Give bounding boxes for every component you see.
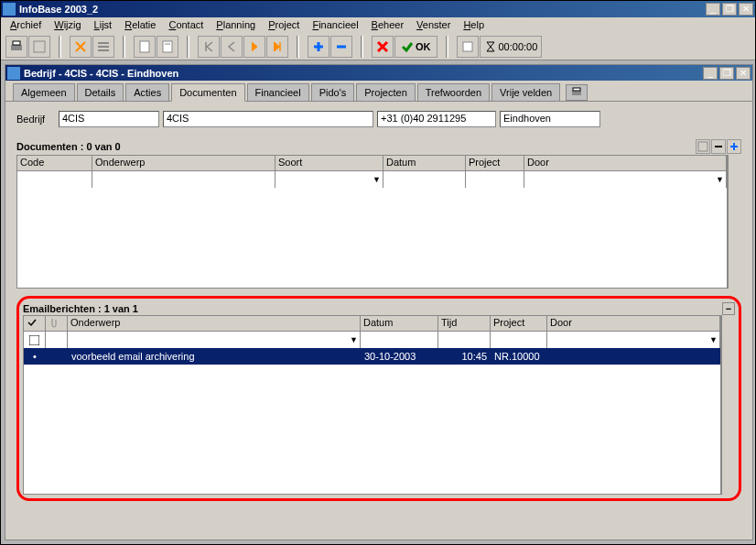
tab-details[interactable]: Details bbox=[77, 83, 124, 101]
doc-button-2[interactable] bbox=[157, 36, 178, 58]
col-email-door[interactable]: Door bbox=[547, 316, 720, 331]
filter-door[interactable]: ▼ bbox=[524, 171, 727, 188]
filter-soort[interactable]: ▼ bbox=[275, 171, 383, 188]
email-grid-body[interactable]: • voorbeeld email archivering 30-10-2003… bbox=[23, 348, 721, 495]
tab-print-button[interactable] bbox=[566, 84, 588, 101]
menu-financieel[interactable]: Financieel bbox=[307, 17, 363, 32]
row-mark: • bbox=[24, 351, 46, 362]
menu-archief[interactable]: Archief bbox=[5, 17, 47, 32]
col-onderwerp[interactable]: Onderwerp bbox=[92, 156, 275, 170]
menu-contact[interactable]: Contact bbox=[163, 17, 209, 32]
col-check[interactable] bbox=[24, 316, 46, 331]
filter-project[interactable] bbox=[466, 171, 524, 188]
dropdown-icon: ▼ bbox=[716, 175, 724, 184]
email-filter-door[interactable]: ▼ bbox=[547, 332, 720, 348]
documenten-grid-header: Code Onderwerp Soort Datum Project Door bbox=[16, 155, 728, 171]
print-button[interactable] bbox=[5, 36, 27, 58]
documenten-grid-body[interactable] bbox=[16, 188, 728, 289]
tool-button-2[interactable] bbox=[28, 36, 50, 58]
menu-relatie[interactable]: Relatie bbox=[119, 17, 161, 32]
filter-code[interactable] bbox=[17, 171, 92, 188]
doc-add-button[interactable] bbox=[727, 139, 741, 154]
close-button[interactable]: ✕ bbox=[739, 3, 753, 16]
separator bbox=[361, 36, 363, 58]
email-filter-datum[interactable] bbox=[361, 332, 438, 348]
col-project[interactable]: Project bbox=[466, 156, 524, 170]
col-email-onderwerp[interactable]: Onderwerp bbox=[68, 316, 361, 331]
email-filter-project[interactable] bbox=[491, 332, 547, 348]
col-email-datum[interactable]: Datum bbox=[361, 316, 438, 331]
bedrijf-phone-field[interactable]: +31 (0)40 2911295 bbox=[377, 111, 496, 127]
doc-button-1[interactable] bbox=[134, 36, 156, 58]
tab-pidos[interactable]: Pido's bbox=[311, 83, 355, 101]
documenten-scrollbar[interactable] bbox=[728, 155, 741, 289]
separator bbox=[123, 36, 125, 58]
email-title: Emailberichten : 1 van 1 bbox=[23, 303, 138, 314]
col-datum[interactable]: Datum bbox=[383, 156, 466, 170]
row-tijd: 10:45 bbox=[438, 351, 491, 362]
bedrijf-naam-field[interactable]: 4CIS bbox=[163, 111, 373, 127]
col-door[interactable]: Door bbox=[524, 156, 727, 170]
minimize-button[interactable]: _ bbox=[706, 3, 720, 16]
menu-beheer[interactable]: Beheer bbox=[366, 17, 409, 32]
col-attach[interactable] bbox=[46, 316, 68, 331]
tab-acties[interactable]: Acties bbox=[125, 83, 169, 101]
svg-rect-11 bbox=[573, 88, 580, 91]
add-button[interactable] bbox=[308, 36, 329, 58]
child-close-button[interactable]: ✕ bbox=[736, 67, 751, 80]
tabs: Algemeen Details Acties Documenten Finan… bbox=[5, 81, 752, 102]
child-restore-button[interactable]: ❐ bbox=[719, 67, 734, 80]
nav-prev-button[interactable] bbox=[221, 36, 243, 58]
timer-start-button[interactable] bbox=[457, 36, 479, 58]
email-filter-attach[interactable] bbox=[46, 332, 68, 348]
tool-list-button[interactable] bbox=[92, 36, 114, 58]
cancel-button[interactable] bbox=[372, 36, 394, 58]
nav-first-button[interactable] bbox=[198, 36, 220, 58]
restore-button[interactable]: ❐ bbox=[722, 3, 737, 16]
separator bbox=[187, 36, 189, 58]
svg-rect-0 bbox=[11, 45, 22, 50]
tab-documenten[interactable]: Documenten bbox=[171, 83, 244, 102]
menu-wijzig[interactable]: Wijzig bbox=[49, 17, 86, 32]
bedrijf-code-field[interactable]: 4CIS bbox=[59, 111, 159, 127]
child-title-text: Bedrijf - 4CIS - 4CIS - Eindhoven bbox=[24, 68, 703, 79]
email-collapse-button[interactable]: − bbox=[722, 302, 735, 315]
child-minimize-button[interactable]: _ bbox=[703, 67, 718, 80]
menu-venster[interactable]: Venster bbox=[411, 17, 456, 32]
email-row[interactable]: • voorbeeld email archivering 30-10-2003… bbox=[24, 348, 720, 365]
email-filter-tijd[interactable] bbox=[438, 332, 491, 348]
filter-onderwerp[interactable] bbox=[92, 171, 275, 188]
paperclip-icon bbox=[49, 317, 59, 328]
tab-trefwoorden[interactable]: Trefwoorden bbox=[417, 83, 490, 101]
col-email-tijd[interactable]: Tijd bbox=[438, 316, 491, 331]
find-button[interactable] bbox=[70, 36, 92, 58]
remove-button[interactable] bbox=[330, 36, 352, 58]
filter-datum[interactable] bbox=[383, 171, 466, 188]
tab-financieel[interactable]: Financieel bbox=[247, 83, 309, 101]
tab-projecten[interactable]: Projecten bbox=[356, 83, 415, 101]
menu-lijst[interactable]: Lijst bbox=[89, 17, 118, 32]
nav-last-button[interactable] bbox=[266, 36, 288, 58]
email-filter-check[interactable] bbox=[24, 332, 46, 348]
svg-rect-9 bbox=[463, 42, 472, 51]
doc-link-button[interactable] bbox=[696, 139, 710, 154]
menu-planning[interactable]: Planning bbox=[211, 17, 261, 32]
col-code[interactable]: Code bbox=[17, 156, 92, 170]
bedrijf-row: Bedrijf 4CIS 4CIS +31 (0)40 2911295 Eind… bbox=[16, 111, 741, 127]
tab-algemeen[interactable]: Algemeen bbox=[13, 83, 75, 101]
ok-button[interactable]: OK bbox=[394, 36, 437, 58]
bedrijf-plaats-field[interactable]: Eindhoven bbox=[500, 111, 600, 127]
email-scrollbar[interactable] bbox=[721, 315, 735, 495]
mdi-area: Bedrijf - 4CIS - 4CIS - Eindhoven _ ❐ ✕ … bbox=[1, 60, 755, 544]
menu-project[interactable]: Project bbox=[263, 17, 305, 32]
child-window: Bedrijf - 4CIS - 4CIS - Eindhoven _ ❐ ✕ … bbox=[5, 64, 753, 540]
email-filter-row: ▼ ▼ bbox=[23, 332, 721, 348]
email-filter-onderwerp[interactable]: ▼ bbox=[68, 332, 361, 348]
col-soort[interactable]: Soort bbox=[275, 156, 383, 170]
doc-remove-button[interactable] bbox=[711, 139, 726, 154]
email-section: Emailberichten : 1 van 1 − Onderwerp Dat… bbox=[16, 296, 741, 501]
nav-next-button[interactable] bbox=[243, 36, 265, 58]
menu-help[interactable]: Help bbox=[458, 17, 490, 32]
tab-vrijevelden[interactable]: Vrije velden bbox=[491, 83, 560, 101]
col-email-project[interactable]: Project bbox=[491, 316, 547, 331]
